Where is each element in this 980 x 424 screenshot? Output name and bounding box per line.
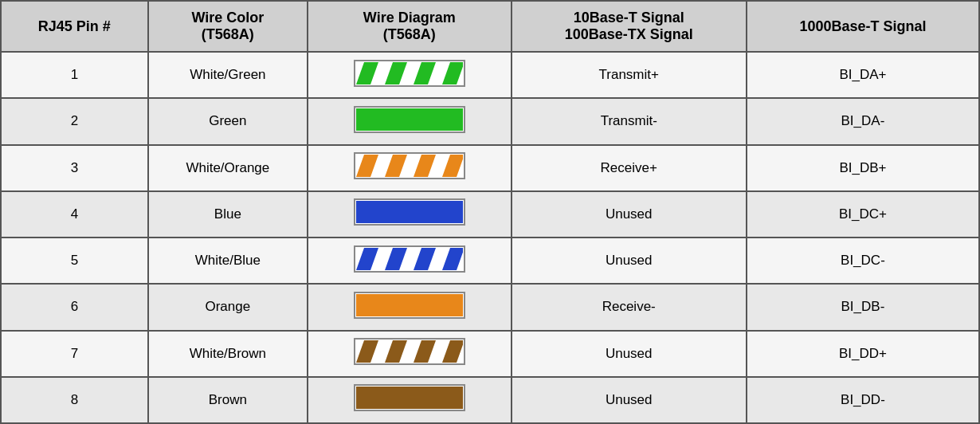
cell-signal-100: Transmit+ (512, 52, 747, 98)
header-pin: RJ45 Pin # (1, 1, 148, 52)
rj45-table: RJ45 Pin # Wire Color(T568A) Wire Diagra… (0, 0, 980, 424)
cell-color: White/Blue (148, 238, 308, 284)
svg-rect-17 (356, 108, 463, 131)
table-row: 5White/BlueUnusedBI_DC- (1, 238, 979, 284)
cell-color: White/Brown (148, 331, 308, 377)
header-color: Wire Color(T568A) (148, 1, 308, 52)
cell-diagram (308, 238, 512, 284)
cell-pin: 8 (1, 377, 148, 423)
svg-rect-35 (356, 201, 463, 223)
cell-signal-1000: BI_DC- (747, 238, 979, 284)
cell-pin: 7 (1, 331, 148, 377)
cell-signal-100: Unused (512, 191, 747, 238)
cell-signal-100: Unused (512, 377, 747, 423)
cell-diagram (308, 98, 512, 144)
cell-color: Blue (148, 191, 308, 238)
cell-color: White/Orange (148, 145, 308, 191)
cell-signal-100: Unused (512, 331, 747, 377)
table-row: 7White/BrownUnusedBI_DD+ (1, 331, 979, 377)
cell-color: Green (148, 98, 308, 144)
cell-diagram (308, 52, 512, 98)
cell-diagram (308, 284, 512, 330)
cell-diagram (308, 331, 512, 377)
cell-signal-1000: BI_DB- (747, 284, 979, 330)
header-signal-1000: 1000Base-T Signal (747, 1, 979, 52)
cell-pin: 2 (1, 98, 148, 144)
cell-diagram (308, 377, 512, 423)
cell-signal-100: Unused (512, 238, 747, 284)
cell-signal-1000: BI_DD- (747, 377, 979, 423)
cell-pin: 5 (1, 238, 148, 284)
header-diagram: Wire Diagram(T568A) (308, 1, 512, 52)
cell-color: Orange (148, 284, 308, 330)
header-signal-100: 10Base-T Signal100Base-TX Signal (512, 1, 747, 52)
cell-signal-100: Receive+ (512, 145, 747, 191)
table-row: 3White/OrangeReceive+BI_DB+ (1, 145, 979, 191)
cell-color: Brown (148, 377, 308, 423)
cell-signal-1000: BI_DA- (747, 98, 979, 144)
cell-pin: 6 (1, 284, 148, 330)
cell-pin: 3 (1, 145, 148, 191)
svg-rect-71 (356, 387, 463, 409)
cell-signal-100: Transmit- (512, 98, 747, 144)
cell-color: White/Green (148, 52, 308, 98)
table-row: 6OrangeReceive-BI_DB- (1, 284, 979, 330)
cell-pin: 1 (1, 52, 148, 98)
cell-pin: 4 (1, 191, 148, 238)
cell-signal-1000: BI_DC+ (747, 191, 979, 238)
cell-signal-1000: BI_DD+ (747, 331, 979, 377)
cell-diagram (308, 145, 512, 191)
cell-diagram (308, 191, 512, 238)
table-row: 1White/GreenTransmit+BI_DA+ (1, 52, 979, 98)
cell-signal-1000: BI_DB+ (747, 145, 979, 191)
table-row: 8BrownUnusedBI_DD- (1, 377, 979, 423)
cell-signal-1000: BI_DA+ (747, 52, 979, 98)
svg-rect-53 (356, 294, 463, 316)
table-row: 4BlueUnusedBI_DC+ (1, 191, 979, 238)
table-row: 2GreenTransmit-BI_DA- (1, 98, 979, 144)
cell-signal-100: Receive- (512, 284, 747, 330)
